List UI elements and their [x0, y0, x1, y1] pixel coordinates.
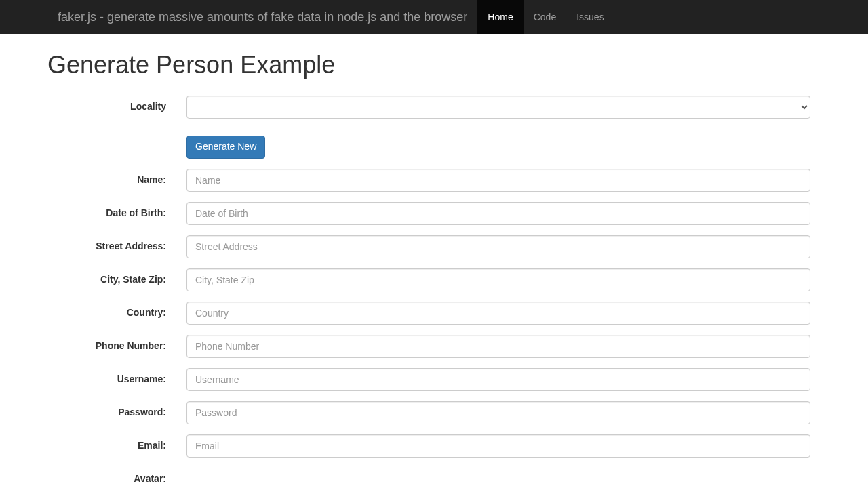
label-name: Name:	[47, 169, 176, 192]
password-input[interactable]	[186, 401, 810, 424]
label-country: Country:	[47, 302, 176, 325]
label-locality: Locality	[47, 96, 176, 119]
username-input[interactable]	[186, 368, 810, 391]
dob-input[interactable]	[186, 202, 810, 225]
generate-new-button[interactable]: Generate New	[186, 136, 265, 159]
label-dob: Date of Birth:	[47, 202, 176, 225]
street-input[interactable]	[186, 235, 810, 258]
label-avatar: Avatar:	[47, 468, 176, 486]
label-generate	[47, 136, 176, 159]
country-input[interactable]	[186, 302, 810, 325]
nav-code[interactable]: Code	[524, 0, 566, 34]
form: Locality Generate New Name: Date of Birt…	[47, 96, 821, 486]
label-street: Street Address:	[47, 235, 176, 258]
page-title: Generate Person Example	[47, 47, 821, 82]
navbar-brand: faker.js - generate massive amounts of f…	[47, 0, 477, 34]
locality-select[interactable]	[186, 96, 810, 119]
city-state-zip-input[interactable]	[186, 268, 810, 291]
navbar-nav: Home Code Issues	[477, 0, 614, 34]
name-input[interactable]	[186, 169, 810, 192]
phone-input[interactable]	[186, 335, 810, 358]
label-city-state-zip: City, State Zip:	[47, 268, 176, 291]
email-input[interactable]	[186, 434, 810, 458]
label-username: Username:	[47, 368, 176, 391]
nav-issues[interactable]: Issues	[566, 0, 614, 34]
label-phone: Phone Number:	[47, 335, 176, 358]
label-password: Password:	[47, 401, 176, 424]
nav-home[interactable]: Home	[477, 0, 523, 34]
label-email: Email:	[47, 434, 176, 458]
navbar: faker.js - generate massive amounts of f…	[0, 0, 868, 34]
